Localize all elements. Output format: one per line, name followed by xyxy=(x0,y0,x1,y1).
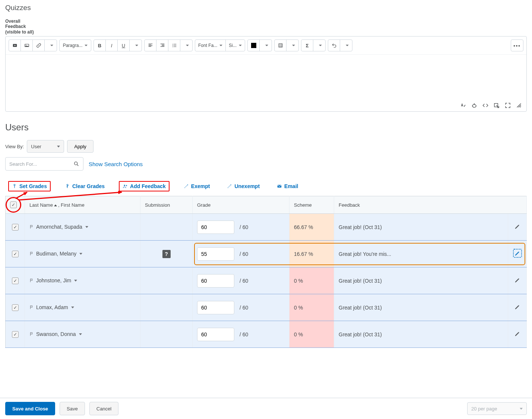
exempt-icon xyxy=(184,184,189,189)
search-icon xyxy=(73,161,79,167)
student-name-dropdown[interactable]: Budiman, Melany xyxy=(29,251,82,257)
insert-more-dropdown[interactable] xyxy=(45,40,57,51)
envelope-icon xyxy=(277,184,282,189)
svg-rect-7 xyxy=(279,44,282,47)
align-left-icon[interactable] xyxy=(145,40,156,51)
row-checkbox[interactable] xyxy=(12,224,19,231)
set-grades-action[interactable]: Set Grades xyxy=(8,181,51,191)
column-name-header[interactable]: Last Name, First Name xyxy=(25,196,140,214)
grade-input[interactable] xyxy=(197,274,234,288)
table-row: Lomax, Adam / 60 0 % Great job! (Oct 31) xyxy=(6,294,527,321)
feedback-text: Great job! (Oct 31) xyxy=(334,294,508,321)
font-size-dropdown[interactable]: Si... xyxy=(226,40,245,51)
column-scheme-header: Scheme xyxy=(289,196,334,214)
svg-marker-18 xyxy=(23,192,27,195)
equation-icon[interactable]: Σ xyxy=(301,40,313,51)
edit-feedback-icon[interactable] xyxy=(514,277,520,283)
grade-input[interactable] xyxy=(197,301,234,314)
wand-icon xyxy=(12,184,17,189)
student-name-dropdown[interactable]: Johnstone, Jim xyxy=(29,277,77,283)
select-all-checkbox[interactable] xyxy=(10,201,17,208)
flag-icon xyxy=(29,225,34,229)
student-name: Swanson, Donna xyxy=(36,331,76,337)
rich-text-editor[interactable]: Paragra... B I U Font Fa... Si... xyxy=(5,36,527,112)
equation-dropdown[interactable] xyxy=(313,40,325,51)
table-dropdown[interactable] xyxy=(286,40,298,51)
table-row: Johnstone, Jim / 60 0 % Great job! (Oct … xyxy=(6,267,527,294)
flag-icon xyxy=(29,305,34,310)
preview-icon[interactable] xyxy=(494,102,500,108)
scheme-value: 16.67 % xyxy=(289,241,334,267)
unexempt-action[interactable]: Unexempt xyxy=(224,182,263,191)
svg-point-13 xyxy=(124,185,126,186)
search-input[interactable]: Search For... xyxy=(5,157,83,171)
bold-button[interactable]: B xyxy=(94,40,106,51)
insert-link-icon[interactable] xyxy=(33,40,45,51)
row-checkbox[interactable] xyxy=(12,277,19,284)
clear-grades-action[interactable]: Clear Grades xyxy=(62,182,108,191)
table-row: Amornchat, Supada / 60 66.67 % Great job… xyxy=(6,214,527,241)
italic-button[interactable]: I xyxy=(106,40,118,51)
underline-button[interactable]: U xyxy=(118,40,130,51)
flag-icon xyxy=(29,278,34,283)
wand-clear-icon xyxy=(65,184,70,189)
submission-icon[interactable]: ? xyxy=(162,250,171,258)
row-checkbox[interactable] xyxy=(12,304,19,311)
indent-icon[interactable] xyxy=(156,40,168,51)
paragraph-style-dropdown[interactable]: Paragra... xyxy=(60,40,91,51)
accessibility-icon[interactable] xyxy=(471,102,477,108)
grade-input[interactable] xyxy=(197,328,234,341)
row-checkbox[interactable] xyxy=(12,331,19,338)
font-color-icon[interactable] xyxy=(248,40,260,51)
student-name-dropdown[interactable]: Lomax, Adam xyxy=(29,304,74,310)
html-source-icon[interactable] xyxy=(482,102,488,108)
exempt-action[interactable]: Exempt xyxy=(181,182,213,191)
scheme-value: 0 % xyxy=(289,267,334,294)
table-icon[interactable] xyxy=(275,40,286,51)
more-actions-icon[interactable]: ••• xyxy=(511,40,523,51)
email-action[interactable]: Email xyxy=(274,182,301,191)
grades-table: Last Name, First Name Submission Grade S… xyxy=(5,196,527,348)
student-name-dropdown[interactable]: Amornchat, Supada xyxy=(29,224,88,230)
apply-button[interactable]: Apply xyxy=(67,140,94,153)
feedback-text: Great job! (Oct 31) xyxy=(334,321,508,348)
edit-feedback-icon[interactable] xyxy=(514,250,520,256)
student-name-dropdown[interactable]: Swanson, Donna xyxy=(29,331,82,337)
list-dropdown[interactable] xyxy=(180,40,192,51)
viewby-select[interactable]: User xyxy=(27,140,64,153)
feedback-text: Great job! (Oct 31) xyxy=(334,267,508,294)
page-title: Quizzes xyxy=(5,4,527,12)
fullscreen-icon[interactable] xyxy=(505,102,511,108)
grade-max: / 60 xyxy=(240,305,248,311)
undo-icon[interactable] xyxy=(328,40,340,51)
grade-input[interactable] xyxy=(197,247,234,261)
grade-input[interactable] xyxy=(197,220,234,234)
student-name: Amornchat, Supada xyxy=(36,224,82,230)
scheme-value: 0 % xyxy=(289,294,334,321)
edit-feedback-icon[interactable] xyxy=(514,331,520,337)
show-search-options-link[interactable]: Show Search Options xyxy=(89,161,143,167)
svg-point-11 xyxy=(14,184,15,186)
editor-content-area[interactable] xyxy=(6,55,526,99)
row-checkbox[interactable] xyxy=(12,251,19,257)
student-name: Johnstone, Jim xyxy=(36,277,71,283)
undo-dropdown[interactable] xyxy=(340,40,352,51)
insert-video-icon[interactable] xyxy=(9,40,21,51)
edit-feedback-icon[interactable] xyxy=(514,304,520,310)
scheme-value: 0 % xyxy=(289,321,334,348)
scheme-value: 66.67 % xyxy=(289,214,334,241)
feedback-text: Great job! (Oct 31) xyxy=(334,214,508,241)
edit-feedback-icon[interactable] xyxy=(514,223,520,229)
text-format-dropdown[interactable] xyxy=(130,40,142,51)
editor-toolbar: Paragra... B I U Font Fa... Si... xyxy=(6,36,526,55)
spellcheck-icon[interactable] xyxy=(460,102,466,108)
column-grade-header: Grade xyxy=(193,196,289,214)
font-color-dropdown[interactable] xyxy=(260,40,272,51)
column-submission-header: Submission xyxy=(140,196,193,214)
insert-image-icon[interactable] xyxy=(21,40,33,51)
font-family-dropdown[interactable]: Font Fa... xyxy=(195,40,226,51)
viewby-label: View By: xyxy=(5,144,24,149)
resize-handle-icon[interactable] xyxy=(516,102,522,108)
add-feedback-action[interactable]: Add Feedback xyxy=(119,181,170,191)
list-icon[interactable] xyxy=(168,40,180,51)
